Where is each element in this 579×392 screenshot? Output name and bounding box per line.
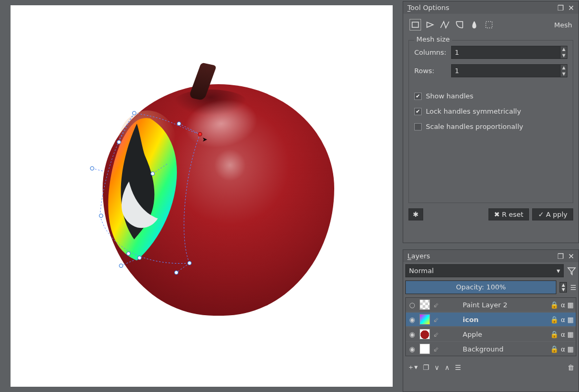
layer-thumbnail <box>420 329 430 339</box>
lock-icon[interactable]: 🔒 <box>550 330 558 338</box>
mesh-handle[interactable] <box>177 122 181 126</box>
visibility-icon[interactable]: ○ <box>408 301 416 309</box>
layer-options-icon[interactable]: ☰ <box>570 284 576 292</box>
mesh-handle[interactable] <box>151 172 155 176</box>
opacity-slider[interactable]: Opacity: 100% <box>405 280 556 294</box>
inherit-alpha-icon[interactable]: ⇙ <box>433 301 441 308</box>
columns-input[interactable] <box>451 46 560 59</box>
layer-row[interactable]: ◉ ⇙ Apple 🔒α▦ <box>406 327 576 341</box>
cursor-icon: ➤ <box>202 136 207 143</box>
lock-handles-checkbox[interactable]: Lock handles symmetrically <box>414 106 567 116</box>
rows-input[interactable] <box>451 64 560 77</box>
layer-row[interactable]: ◉ ⇙ icon 🔒α▦ <box>406 313 576 326</box>
columns-up[interactable]: ▲ <box>561 46 567 53</box>
lock-icon[interactable]: 🔒 <box>550 345 558 353</box>
rows-label: Rows: <box>414 67 447 75</box>
visibility-icon[interactable]: ◉ <box>408 330 416 338</box>
rect-tool-icon[interactable] <box>410 19 421 31</box>
layer-properties-button[interactable]: ☰ <box>455 364 461 371</box>
tool-options-docker: Tool Options ❐ ✕ Mesh Mesh size <box>403 1 579 243</box>
mesh-handle[interactable] <box>90 166 94 170</box>
mesh-handle[interactable] <box>132 111 136 115</box>
mesh-handle[interactable] <box>119 264 123 268</box>
mesh-transform-overlay[interactable]: ➤ <box>89 105 205 279</box>
alpha-icon[interactable]: α <box>561 301 565 309</box>
filter-icon[interactable] <box>567 266 576 276</box>
polyline-tool-icon[interactable] <box>439 19 451 31</box>
rows-up[interactable]: ▲ <box>561 65 567 71</box>
close-docker-icon[interactable]: ✕ <box>568 4 574 12</box>
checker-icon[interactable]: ▦ <box>567 301 574 309</box>
columns-label: Columns: <box>414 48 447 56</box>
layer-thumbnail <box>420 314 430 325</box>
rows-down[interactable]: ▼ <box>561 71 567 77</box>
close-docker-icon[interactable]: ✕ <box>568 253 574 260</box>
checker-icon[interactable]: ▦ <box>567 345 574 353</box>
mesh-handle[interactable] <box>99 214 103 218</box>
duplicate-layer-button[interactable]: ❐ <box>423 364 430 371</box>
reset-button[interactable]: ✖ Reset <box>488 208 530 220</box>
spider-icon-button[interactable]: ✱ <box>408 208 423 220</box>
mesh-handle[interactable] <box>137 256 142 260</box>
tool-options-titlebar[interactable]: Tool Options ❐ ✕ <box>403 2 578 14</box>
canvas-area: ➤ <box>0 0 403 392</box>
layers-titlebar[interactable]: Layers ❐ ✕ <box>403 250 578 262</box>
opacity-down[interactable]: ▼ <box>560 287 566 292</box>
inherit-alpha-icon[interactable]: ⇙ <box>433 345 441 353</box>
float-docker-icon[interactable]: ❐ <box>557 4 564 12</box>
add-layer-button[interactable]: ＋▾ <box>407 363 418 372</box>
checker-icon[interactable]: ▦ <box>567 330 574 338</box>
inherit-alpha-icon[interactable]: ⇙ <box>433 316 441 323</box>
delete-layer-button[interactable]: 🗑 <box>567 364 574 371</box>
mesh-handle[interactable] <box>126 252 131 256</box>
chevron-down-icon: ▾ <box>556 267 560 275</box>
alpha-icon[interactable]: α <box>561 330 565 338</box>
visibility-icon[interactable]: ◉ <box>408 345 416 353</box>
layer-thumbnail <box>420 299 430 310</box>
mode-label: Mesh <box>554 21 572 29</box>
bezier-tool-icon[interactable] <box>454 19 465 31</box>
float-docker-icon[interactable]: ❐ <box>557 253 564 260</box>
layer-row[interactable]: ○ ⇙ Paint Layer 2 🔒α▦ <box>406 298 576 311</box>
checker-icon[interactable]: ▦ <box>567 316 574 324</box>
svg-rect-1 <box>486 22 492 28</box>
alpha-icon[interactable]: α <box>561 345 565 353</box>
teardrop-tool-icon[interactable] <box>468 19 480 31</box>
opacity-up[interactable]: ▲ <box>560 283 566 287</box>
mesh-size-group: Mesh size Columns: ▲▼ Rows: ▲▼ <box>408 40 573 203</box>
move-up-button[interactable]: ∧ <box>445 364 450 371</box>
show-handles-checkbox[interactable]: Show handles <box>414 91 567 101</box>
lock-icon[interactable]: 🔒 <box>550 316 558 324</box>
mesh-handle[interactable] <box>187 261 192 265</box>
canvas[interactable]: ➤ <box>11 5 393 387</box>
inherit-alpha-icon[interactable]: ⇙ <box>433 330 441 338</box>
svg-rect-0 <box>412 22 418 27</box>
visibility-icon[interactable]: ◉ <box>408 316 416 324</box>
move-down-button[interactable]: ∨ <box>434 364 440 371</box>
layers-docker: Layers ❐ ✕ Normal▾ Opacity: 100% ▲▼ ☰ <box>403 249 579 392</box>
mesh-tool-icon[interactable] <box>483 19 495 31</box>
blend-mode-select[interactable]: Normal▾ <box>405 264 564 277</box>
mesh-handle[interactable] <box>174 270 178 275</box>
mesh-handle-active[interactable] <box>198 132 202 136</box>
alpha-icon[interactable]: α <box>561 316 565 324</box>
scale-handles-checkbox[interactable]: Scale handles proportionally <box>414 122 567 132</box>
layer-list: ○ ⇙ Paint Layer 2 🔒α▦ ◉ ⇙ icon 🔒α▦ ◉ ⇙ <box>405 297 576 356</box>
mesh-handle[interactable] <box>117 140 121 144</box>
lock-icon[interactable]: 🔒 <box>550 301 558 309</box>
layer-thumbnail <box>420 344 430 354</box>
polygon-tool-icon[interactable] <box>424 19 436 31</box>
layer-row[interactable]: ◉ ⇙ Background 🔒α▦ <box>406 342 576 356</box>
apply-button[interactable]: ✓ Apply <box>532 208 573 220</box>
columns-down[interactable]: ▼ <box>561 53 567 59</box>
